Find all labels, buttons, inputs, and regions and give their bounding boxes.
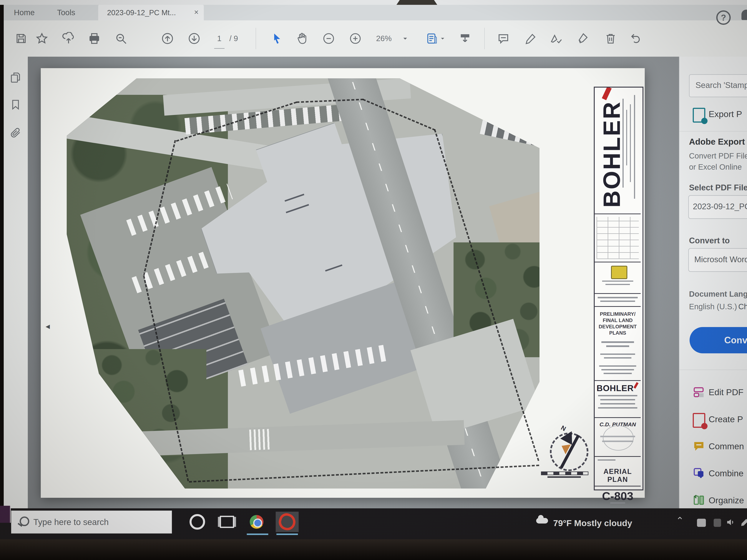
bohler-logo-vertical: BOHLER (598, 93, 625, 208)
sheet-number-caption (610, 502, 625, 504)
page-thumbnails-icon[interactable] (10, 72, 22, 84)
parked-cars-northeast (480, 117, 578, 154)
scroll-mode-icon[interactable] (455, 20, 475, 57)
seal-cell (595, 262, 641, 294)
search-icon[interactable] (111, 20, 131, 57)
share-upload-icon[interactable] (58, 20, 79, 57)
address-microtext (630, 104, 631, 182)
organize-pages-icon (693, 494, 704, 507)
sheet-title: AERIAL PLAN (595, 468, 641, 483)
project-address (599, 365, 636, 367)
tab-home[interactable]: Home (14, 5, 35, 20)
pencil-icon[interactable] (521, 20, 541, 57)
collapse-panel-arrow-icon[interactable]: ◂ (46, 321, 50, 331)
zoom-level-value[interactable]: 26% (376, 20, 392, 57)
plans-title: DEVELOPMENT (595, 323, 641, 330)
hand-tool-icon[interactable] (292, 20, 312, 57)
page-count-label: / 9 (229, 20, 238, 57)
weather-icon[interactable] (535, 514, 550, 527)
bookmarks-icon[interactable] (10, 99, 22, 111)
tab-document-title: 2023-09-12_PC Mt... (107, 5, 176, 20)
pdf-page[interactable]: N BOHLER (41, 68, 645, 498)
acrobat-icon[interactable] (276, 512, 299, 532)
page-view-caret-icon[interactable] (432, 20, 453, 57)
star-icon[interactable] (32, 20, 52, 57)
export-pdf-row[interactable]: Export P (679, 103, 747, 125)
chrome-icon[interactable] (247, 512, 267, 532)
address-microtext (622, 99, 624, 188)
format-dropdown[interactable]: Microsoft Word (688, 248, 747, 272)
format-value: Microsoft Word (689, 249, 747, 270)
pen-icon[interactable] (740, 517, 747, 530)
next-page-icon[interactable] (184, 20, 204, 57)
export-pdf-label: Export P (709, 103, 742, 125)
taskbar-search-input[interactable]: Type here to search (11, 511, 172, 534)
roof-label (286, 204, 309, 213)
tool-organize-pages[interactable]: Organize (679, 489, 747, 511)
fill-sign-icon[interactable] (546, 20, 566, 57)
seal-caption (602, 281, 633, 282)
print-icon[interactable] (84, 20, 104, 57)
search-icon (20, 516, 29, 526)
tab-tools[interactable]: Tools (57, 5, 75, 20)
select-tool-icon[interactable] (267, 20, 287, 57)
create-pdf-icon (693, 413, 704, 426)
plans-title: PRELIMINARY/ (595, 311, 641, 317)
tool-label: Combine (709, 462, 744, 484)
camera-shadow (396, 0, 437, 5)
save-icon[interactable] (11, 20, 31, 57)
language-value: English (U.S.) (689, 302, 737, 311)
municipal-seal (611, 266, 627, 279)
trash-icon[interactable] (600, 20, 621, 57)
revision-grid (597, 217, 639, 259)
project-address (600, 353, 635, 355)
search-tools-input[interactable]: Search 'Stamp (689, 74, 747, 97)
address-microtext (634, 95, 635, 199)
toolbar: 1 / 9 26% (4, 20, 747, 57)
panel-divider (679, 131, 747, 132)
help-icon[interactable]: ? (716, 10, 731, 25)
tool-edit-pdf[interactable]: Edit PDF (679, 381, 747, 403)
volume-icon[interactable] (725, 517, 736, 530)
convert-button[interactable]: Conve (690, 327, 747, 353)
tool-label: Commen (709, 435, 744, 457)
tray-app-icon[interactable] (714, 519, 721, 527)
sheet-title-cell: AERIAL PLAN (595, 457, 641, 486)
monitor-top-edge (0, 0, 747, 5)
title-block: BOHLER (594, 87, 643, 490)
combine-files-icon (693, 467, 704, 480)
search-tools-placeholder: Search 'Stamp (695, 75, 747, 96)
previous-page-icon[interactable] (157, 20, 178, 57)
page-number-field[interactable]: 1 (217, 20, 222, 57)
selected-file-chip[interactable]: 2023-09-12_PC (688, 195, 747, 219)
zoom-out-icon[interactable] (318, 20, 339, 57)
tray-app-icon[interactable] (697, 519, 706, 527)
comment-icon[interactable] (493, 20, 514, 57)
client-name (601, 341, 634, 343)
tab-document[interactable]: 2023-09-12_PC Mt... × (98, 5, 204, 20)
stamp-tool-icon[interactable] (572, 20, 592, 57)
cortana-button[interactable] (187, 512, 207, 532)
close-icon[interactable]: × (194, 5, 199, 20)
project-address (603, 373, 632, 374)
tool-combine-files[interactable]: Combine (679, 462, 747, 484)
firm-address (600, 399, 635, 400)
undo-icon[interactable] (626, 20, 646, 57)
convert-button-label: Conve (690, 327, 747, 353)
firm-address (598, 407, 637, 408)
signature-line (600, 436, 635, 437)
address-microtext (626, 110, 627, 165)
roof-label (285, 193, 304, 202)
zoom-in-icon[interactable] (345, 20, 365, 57)
zoom-dropdown-caret-icon[interactable] (395, 20, 415, 57)
stamp-text (598, 297, 638, 298)
tool-create-pdf[interactable]: Create P (679, 408, 747, 430)
change-language-link[interactable]: Cha (738, 302, 747, 311)
task-view-button[interactable] (217, 512, 237, 532)
firm-address (600, 403, 635, 404)
tray-chevron-icon[interactable]: ⌃ (676, 515, 684, 527)
weather-status[interactable]: 79°F Mostly cloudy (553, 508, 632, 539)
tool-comment[interactable]: Commen (679, 435, 747, 457)
attachments-icon[interactable] (10, 127, 22, 139)
language-label: Document Langua (689, 290, 747, 298)
